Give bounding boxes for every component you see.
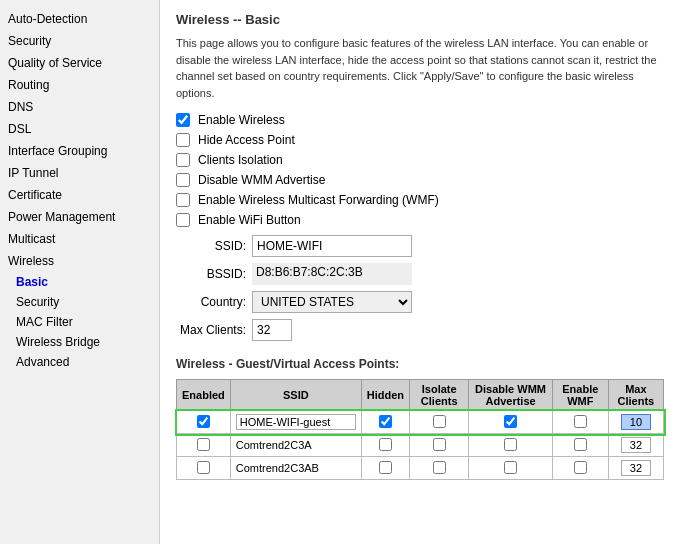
- col-disable-wmm: Disable WMM Advertise: [469, 380, 553, 411]
- ssid-input[interactable]: [252, 235, 412, 257]
- row1-isolate-checkbox[interactable]: [433, 415, 446, 428]
- row2-enabled-checkbox[interactable]: [197, 438, 210, 451]
- row2-hidden-checkbox[interactable]: [379, 438, 392, 451]
- clients-isolation-checkbox[interactable]: [176, 153, 190, 167]
- row3-max-clients-cell: [608, 457, 663, 480]
- enable-wireless-label: Enable Wireless: [198, 113, 285, 127]
- sidebar-item-wireless-bridge[interactable]: Wireless Bridge: [0, 332, 159, 352]
- row2-ssid-cell: Comtrend2C3A: [230, 434, 361, 457]
- row2-isolate-cell: [410, 434, 469, 457]
- row2-enable-wmf-cell: [552, 434, 608, 457]
- row2-enabled-cell: [177, 434, 231, 457]
- row3-disable-wmm-cell: [469, 457, 553, 480]
- sidebar-item-dsl[interactable]: DSL: [0, 118, 159, 140]
- country-select[interactable]: UNITED STATES: [252, 291, 412, 313]
- row2-disable-wmm-checkbox[interactable]: [504, 438, 517, 451]
- hide-ap-checkbox[interactable]: [176, 133, 190, 147]
- row1-enabled-cell: [177, 411, 231, 434]
- sidebar-item-auto-detection[interactable]: Auto-Detection: [0, 8, 159, 30]
- table-row: Comtrend2C3AB: [177, 457, 664, 480]
- checkbox-enable-wmf: Enable Wireless Multicast Forwarding (WM…: [176, 193, 664, 207]
- ssid-row: SSID:: [176, 235, 664, 257]
- row1-hidden-cell: [361, 411, 409, 434]
- sidebar-item-qos[interactable]: Quality of Service: [0, 52, 159, 74]
- ssid-label: SSID:: [176, 239, 246, 253]
- row1-disable-wmm-cell: [469, 411, 553, 434]
- sidebar-item-wireless[interactable]: Wireless: [0, 250, 159, 272]
- country-row: Country: UNITED STATES: [176, 291, 664, 313]
- max-clients-row: Max Clients:: [176, 319, 664, 341]
- enable-wireless-checkbox[interactable]: [176, 113, 190, 127]
- sidebar-item-security-top[interactable]: Security: [0, 30, 159, 52]
- col-hidden: Hidden: [361, 380, 409, 411]
- sidebar: Auto-Detection Security Quality of Servi…: [0, 0, 160, 544]
- col-enabled: Enabled: [177, 380, 231, 411]
- bssid-row: BSSID: D8:B6:B7:8C:2C:3B: [176, 263, 664, 285]
- row1-enable-wmf-checkbox[interactable]: [574, 415, 587, 428]
- max-clients-input[interactable]: [252, 319, 292, 341]
- row3-isolate-cell: [410, 457, 469, 480]
- row1-ssid-cell: [230, 411, 361, 434]
- checkbox-enable-wifi-button: Enable WiFi Button: [176, 213, 664, 227]
- row3-enabled-cell: [177, 457, 231, 480]
- row3-ssid-cell: Comtrend2C3AB: [230, 457, 361, 480]
- row2-max-clients-cell: [608, 434, 663, 457]
- disable-wmm-label: Disable WMM Advertise: [198, 173, 325, 187]
- row3-enable-wmf-cell: [552, 457, 608, 480]
- checkbox-enable-wireless: Enable Wireless: [176, 113, 664, 127]
- checkbox-disable-wmm: Disable WMM Advertise: [176, 173, 664, 187]
- table-row: [177, 411, 664, 434]
- row3-disable-wmm-checkbox[interactable]: [504, 461, 517, 474]
- row3-hidden-cell: [361, 457, 409, 480]
- enable-wifi-button-checkbox[interactable]: [176, 213, 190, 227]
- main-content: Wireless -- Basic This page allows you t…: [160, 0, 680, 544]
- bssid-value: D8:B6:B7:8C:2C:3B: [252, 263, 412, 285]
- row1-hidden-checkbox[interactable]: [379, 415, 392, 428]
- guest-section-title: Wireless - Guest/Virtual Access Points:: [176, 357, 664, 371]
- max-clients-label: Max Clients:: [176, 323, 246, 337]
- row1-enabled-checkbox[interactable]: [197, 415, 210, 428]
- col-enable-wmf: Enable WMF: [552, 380, 608, 411]
- row3-enabled-checkbox[interactable]: [197, 461, 210, 474]
- sidebar-item-multicast[interactable]: Multicast: [0, 228, 159, 250]
- row2-max-clients-input[interactable]: [621, 437, 651, 453]
- enable-wmf-checkbox[interactable]: [176, 193, 190, 207]
- country-label: Country:: [176, 295, 246, 309]
- bssid-label: BSSID:: [176, 267, 246, 281]
- row3-hidden-checkbox[interactable]: [379, 461, 392, 474]
- row1-max-clients-cell: [608, 411, 663, 434]
- enable-wmf-label: Enable Wireless Multicast Forwarding (WM…: [198, 193, 439, 207]
- row1-isolate-cell: [410, 411, 469, 434]
- row2-isolate-checkbox[interactable]: [433, 438, 446, 451]
- row1-enable-wmf-cell: [552, 411, 608, 434]
- sidebar-item-dns[interactable]: DNS: [0, 96, 159, 118]
- row3-isolate-checkbox[interactable]: [433, 461, 446, 474]
- row2-hidden-cell: [361, 434, 409, 457]
- checkbox-hide-ap: Hide Access Point: [176, 133, 664, 147]
- checkbox-clients-isolation: Clients Isolation: [176, 153, 664, 167]
- sidebar-item-ip-tunnel[interactable]: IP Tunnel: [0, 162, 159, 184]
- row1-disable-wmm-checkbox[interactable]: [504, 415, 517, 428]
- row3-enable-wmf-checkbox[interactable]: [574, 461, 587, 474]
- disable-wmm-checkbox[interactable]: [176, 173, 190, 187]
- enable-wifi-button-label: Enable WiFi Button: [198, 213, 301, 227]
- col-isolate: Isolate Clients: [410, 380, 469, 411]
- row2-disable-wmm-cell: [469, 434, 553, 457]
- col-ssid: SSID: [230, 380, 361, 411]
- sidebar-item-advanced[interactable]: Advanced: [0, 352, 159, 372]
- sidebar-item-interface-grouping[interactable]: Interface Grouping: [0, 140, 159, 162]
- row3-max-clients-input[interactable]: [621, 460, 651, 476]
- row1-ssid-input[interactable]: [236, 414, 356, 430]
- sidebar-item-mac-filter[interactable]: MAC Filter: [0, 312, 159, 332]
- page-title: Wireless -- Basic: [176, 12, 664, 27]
- table-row: Comtrend2C3A: [177, 434, 664, 457]
- sidebar-item-certificate[interactable]: Certificate: [0, 184, 159, 206]
- sidebar-item-power-management[interactable]: Power Management: [0, 206, 159, 228]
- sidebar-item-routing[interactable]: Routing: [0, 74, 159, 96]
- sidebar-item-security-sub[interactable]: Security: [0, 292, 159, 312]
- clients-isolation-label: Clients Isolation: [198, 153, 283, 167]
- sidebar-item-basic[interactable]: Basic: [0, 272, 159, 292]
- row1-max-clients-input[interactable]: [621, 414, 651, 430]
- row2-enable-wmf-checkbox[interactable]: [574, 438, 587, 451]
- hide-ap-label: Hide Access Point: [198, 133, 295, 147]
